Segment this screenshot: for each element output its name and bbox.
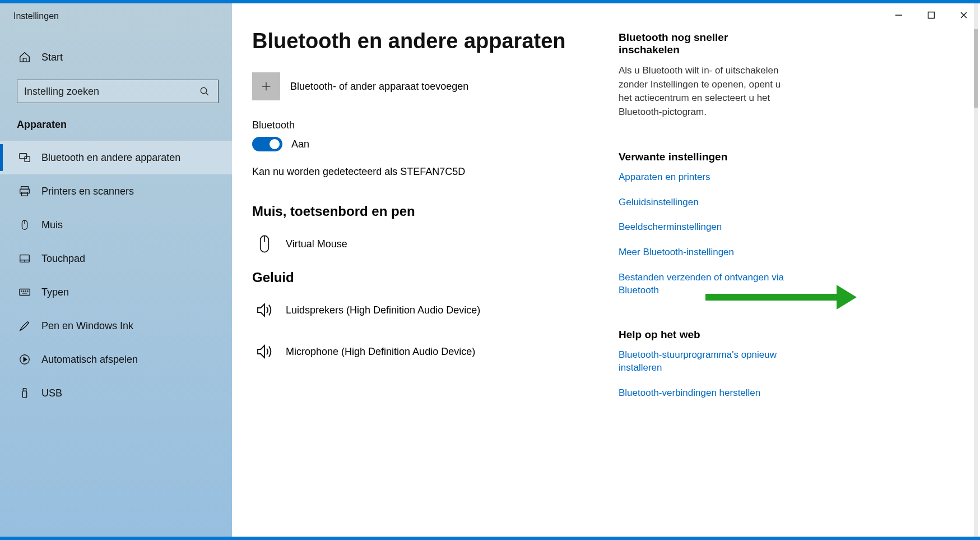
sidebar-item-pen[interactable]: Pen en Windows Ink — [0, 309, 232, 343]
svg-rect-8 — [21, 187, 29, 190]
link-devices-printers[interactable]: Apparaten en printers — [619, 171, 789, 184]
sidebar-item-label: Touchpad — [41, 253, 85, 265]
svg-point-17 — [21, 291, 22, 292]
pen-icon — [18, 319, 31, 333]
link-sound-settings[interactable]: Geluidsinstellingen — [619, 196, 789, 209]
svg-rect-16 — [20, 289, 30, 296]
sidebar-item-label: Printers en scanners — [41, 186, 134, 197]
speaker-icon — [254, 300, 275, 320]
svg-marker-31 — [258, 345, 264, 357]
window-title: Instellingen — [0, 3, 232, 29]
close-button[interactable] — [948, 3, 980, 27]
svg-marker-23 — [24, 357, 27, 361]
audio-section-heading: Geluid — [252, 270, 619, 285]
svg-rect-10 — [22, 192, 28, 196]
minimize-button[interactable] — [883, 3, 915, 27]
devices-icon — [18, 151, 31, 164]
sidebar-item-label: Bluetooth en andere apparaten — [41, 152, 180, 164]
sidebar-item-label: Pen en Windows Ink — [41, 320, 133, 332]
svg-marker-30 — [258, 304, 264, 316]
svg-point-19 — [25, 291, 26, 292]
sidebar-item-mouse[interactable]: Muis — [0, 208, 232, 242]
svg-rect-1 — [928, 12, 935, 19]
device-row-microphone[interactable]: Microphone (High Definition Audio Device… — [252, 336, 619, 377]
add-device-label: Bluetooth- of ander apparaat toevoegen — [290, 81, 468, 93]
sidebar-item-printers[interactable]: Printers en scanners — [0, 174, 232, 208]
svg-point-18 — [24, 291, 24, 292]
svg-rect-24 — [23, 389, 26, 391]
settings-window: Instellingen Start Apparaten Bluetooth e… — [0, 0, 980, 540]
link-reinstall-drivers[interactable]: Bluetooth-stuurprogramma's opnieuw insta… — [619, 349, 789, 375]
related-heading: Verwante instellingen — [619, 151, 789, 163]
keyboard-icon — [18, 285, 31, 299]
mouse-section-heading: Muis, toetsenbord en pen — [252, 204, 619, 219]
speaker-icon — [254, 341, 275, 362]
search-icon — [198, 85, 211, 98]
printer-icon — [18, 184, 31, 198]
autoplay-icon — [18, 353, 31, 366]
link-fix-connections[interactable]: Bluetooth-verbindingen herstellen — [619, 387, 789, 400]
quick-toggle-heading: Bluetooth nog sneller inschakelen — [619, 31, 789, 56]
device-label: Microphone (High Definition Audio Device… — [286, 346, 475, 358]
sidebar: Instellingen Start Apparaten Bluetooth e… — [0, 3, 232, 537]
plus-icon — [252, 72, 280, 100]
sidebar-item-autoplay[interactable]: Automatisch afspelen — [0, 343, 232, 376]
scrollbar-thumb[interactable] — [974, 29, 978, 108]
touchpad-icon — [18, 252, 31, 265]
aside-panel: Bluetooth nog sneller inschakelen Als u … — [619, 3, 809, 537]
sidebar-item-touchpad[interactable]: Touchpad — [0, 242, 232, 275]
bluetooth-label: Bluetooth — [252, 119, 619, 131]
svg-rect-25 — [22, 391, 26, 398]
link-send-receive[interactable]: Bestanden verzenden of ontvangen via Blu… — [619, 271, 789, 297]
svg-rect-7 — [25, 156, 30, 161]
home-label: Start — [41, 52, 63, 63]
category-label: Apparaten — [0, 103, 232, 141]
device-row-speakers[interactable]: Luidsprekers (High Definition Audio Devi… — [252, 294, 619, 336]
sidebar-item-label: Muis — [41, 219, 63, 231]
sidebar-item-label: Automatisch afspelen — [41, 354, 138, 366]
toggle-state-label: Aan — [291, 139, 309, 150]
maximize-button[interactable] — [915, 3, 948, 27]
mouse-device-icon — [254, 234, 275, 254]
search-input[interactable] — [24, 86, 198, 98]
home-icon — [18, 50, 31, 64]
mouse-icon — [18, 218, 31, 232]
page-title: Bluetooth en andere apparaten — [252, 29, 619, 53]
help-heading: Help op het web — [619, 329, 789, 341]
svg-line-5 — [206, 93, 208, 95]
sidebar-item-bluetooth[interactable]: Bluetooth en andere apparaten — [0, 141, 232, 174]
device-label: Luidsprekers (High Definition Audio Devi… — [286, 304, 480, 316]
svg-point-20 — [27, 291, 28, 292]
svg-marker-33 — [837, 285, 857, 310]
bluetooth-toggle[interactable] — [252, 137, 282, 151]
search-box[interactable] — [17, 80, 219, 103]
add-device-button[interactable]: Bluetooth- of ander apparaat toevoegen — [252, 72, 619, 100]
link-display-settings[interactable]: Beeldscherminstellingen — [619, 221, 789, 234]
sidebar-item-label: USB — [41, 387, 62, 399]
svg-rect-6 — [20, 154, 27, 159]
content-area: Bluetooth en andere apparaten Bluetooth-… — [232, 3, 619, 537]
sidebar-item-label: Typen — [41, 287, 69, 298]
sidebar-item-typing[interactable]: Typen — [0, 275, 232, 309]
svg-point-4 — [201, 87, 207, 94]
device-label: Virtual Mouse — [286, 238, 347, 250]
main-panel: Bluetooth en andere apparaten Bluetooth-… — [232, 3, 980, 537]
discoverable-status: Kan nu worden gedetecteerd als STEFAN7C5… — [252, 166, 619, 178]
device-row-mouse[interactable]: Virtual Mouse — [252, 228, 619, 270]
sidebar-item-usb[interactable]: USB — [0, 376, 232, 410]
home-button[interactable]: Start — [0, 45, 232, 70]
link-more-bluetooth[interactable]: Meer Bluetooth-instellingen — [619, 246, 789, 259]
usb-icon — [18, 386, 31, 400]
quick-toggle-body: Als u Bluetooth wilt in- of uitschakelen… — [619, 64, 789, 119]
